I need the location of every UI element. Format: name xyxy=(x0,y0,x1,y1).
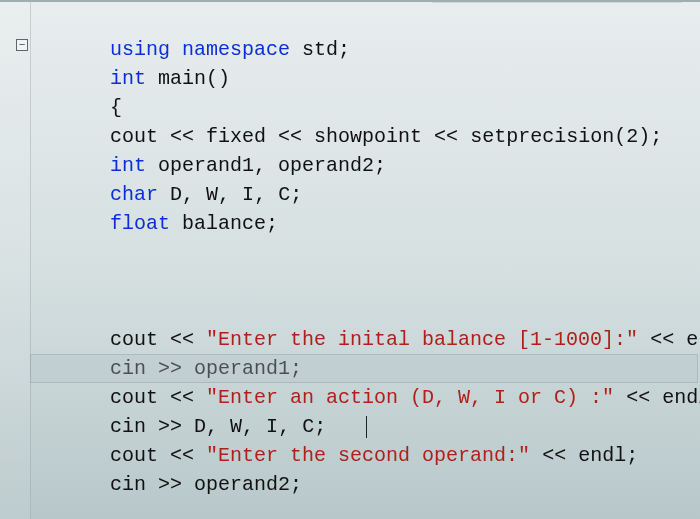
code-line-highlighted[interactable]: cout << "Enter an action (D, W, I or C) … xyxy=(30,354,698,383)
fold-toggle-icon[interactable]: − xyxy=(16,39,28,51)
code-line-blank[interactable] xyxy=(38,238,698,267)
text-caret-icon xyxy=(366,416,367,438)
gutter: − xyxy=(0,2,31,519)
identifier: operand2 xyxy=(194,473,290,496)
code-line[interactable]: cin >> operand2; xyxy=(38,441,698,470)
code-line-blank[interactable] xyxy=(38,267,698,296)
code-area[interactable]: using namespace std; int main() { cout <… xyxy=(38,6,698,470)
code-line[interactable]: float balance; xyxy=(38,180,698,209)
code-line[interactable]: cin >> operand1; xyxy=(38,325,698,354)
code-line[interactable]: int operand1, operand2; xyxy=(38,122,698,151)
code-line[interactable]: cout << fixed << showpoint << setprecisi… xyxy=(38,93,698,122)
code-line[interactable]: cout << "Enter the second operand:" << e… xyxy=(38,412,698,441)
scope-dropdown[interactable] xyxy=(432,0,682,3)
identifier-cin: cin xyxy=(110,473,146,496)
code-line[interactable]: using namespace std; xyxy=(38,6,698,35)
code-line[interactable]: char D, W, I, C; xyxy=(38,151,698,180)
code-line-blank[interactable] xyxy=(38,209,698,238)
code-line[interactable]: { xyxy=(38,64,698,93)
op: >> xyxy=(146,473,194,496)
code-line[interactable]: cin >> D, W, I, C; xyxy=(38,383,698,412)
code-line[interactable]: cout << "Enter the inital balance [1-100… xyxy=(38,296,698,325)
code-line[interactable]: int main() xyxy=(38,35,698,64)
code-editor[interactable]: − using namespace std; int main() { cout… xyxy=(0,0,700,519)
punct: ; xyxy=(290,473,302,496)
